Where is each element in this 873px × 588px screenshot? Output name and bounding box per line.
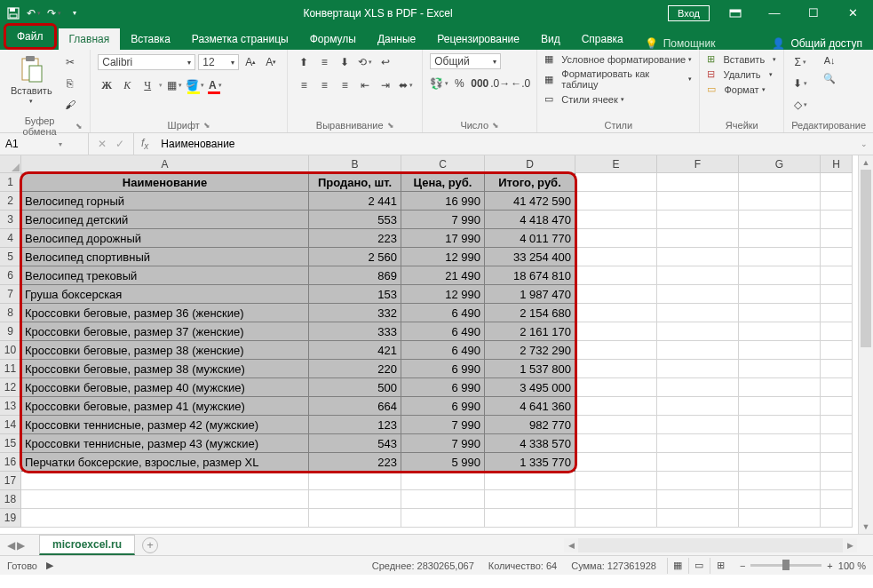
cell[interactable]: 4 418 470: [485, 211, 575, 229]
login-button[interactable]: Вход: [668, 5, 710, 21]
cell[interactable]: Продано, шт.: [309, 173, 401, 192]
align-center-icon[interactable]: ≡: [315, 76, 333, 94]
cell[interactable]: [575, 360, 657, 378]
zoom-out-icon[interactable]: −: [740, 560, 745, 571]
ribbon-options-icon[interactable]: [717, 0, 754, 26]
cell[interactable]: [657, 341, 739, 360]
cell[interactable]: [821, 173, 853, 192]
cell[interactable]: 7 990: [401, 416, 485, 434]
cell[interactable]: Перчатки боксерские, взрослые, размер XL: [21, 453, 309, 472]
cell[interactable]: [821, 416, 853, 434]
copy-icon[interactable]: ⎘: [61, 75, 79, 92]
cell[interactable]: [657, 434, 739, 453]
comma-icon[interactable]: 000: [471, 75, 488, 92]
cell[interactable]: [821, 472, 853, 490]
tab-insert[interactable]: Вставка: [120, 28, 181, 50]
cell[interactable]: [739, 453, 821, 472]
column-headers[interactable]: ABCDEFGH: [21, 155, 858, 173]
col-header-H[interactable]: H: [821, 155, 853, 173]
cell[interactable]: [309, 472, 401, 490]
cell[interactable]: 2 161 170: [485, 322, 575, 341]
find-button[interactable]: 🔍: [820, 71, 839, 86]
cell[interactable]: Кроссовки беговые, размер 40 (мужские): [21, 378, 309, 397]
cell[interactable]: 421: [309, 341, 401, 360]
cell[interactable]: Велосипед горный: [21, 192, 309, 211]
row-header[interactable]: 6: [0, 266, 21, 285]
tab-help[interactable]: Справка: [571, 28, 634, 50]
cell[interactable]: [739, 472, 821, 490]
italic-button[interactable]: К: [118, 76, 136, 94]
cell[interactable]: [657, 304, 739, 322]
cell[interactable]: 664: [309, 397, 401, 416]
cell[interactable]: [739, 360, 821, 378]
align-middle-icon[interactable]: ≡: [315, 53, 333, 71]
cell[interactable]: 332: [309, 304, 401, 322]
cell[interactable]: [739, 416, 821, 434]
cell[interactable]: [739, 173, 821, 192]
cell[interactable]: [657, 248, 739, 266]
row-header[interactable]: 10: [0, 341, 21, 360]
cell-styles-button[interactable]: ▭ Стили ячеек▾: [544, 93, 624, 105]
cell[interactable]: [575, 416, 657, 434]
tab-home[interactable]: Главная: [59, 28, 121, 50]
cell[interactable]: [657, 211, 739, 229]
cell[interactable]: [401, 472, 485, 490]
cell[interactable]: [657, 322, 739, 341]
cells-area[interactable]: НаименованиеПродано, шт.Цена, руб.Итого,…: [21, 173, 858, 534]
cell[interactable]: [21, 490, 309, 509]
cell[interactable]: [821, 266, 853, 285]
cell[interactable]: [821, 397, 853, 416]
macro-record-icon[interactable]: ▶: [46, 560, 53, 571]
cell[interactable]: [657, 509, 739, 528]
cond-format-button[interactable]: ▦ Условное форматирование▾: [544, 53, 692, 65]
cell[interactable]: 6 490: [401, 322, 485, 341]
expand-fbar-icon[interactable]: ⌄: [855, 139, 873, 148]
cell[interactable]: 1 537 800: [485, 360, 575, 378]
col-header-G[interactable]: G: [739, 155, 821, 173]
cell[interactable]: [485, 472, 575, 490]
cell[interactable]: [401, 509, 485, 528]
cell[interactable]: [575, 472, 657, 490]
cell[interactable]: 1 987 470: [485, 285, 575, 304]
currency-icon[interactable]: 💱: [430, 75, 448, 92]
row-header[interactable]: 16: [0, 453, 21, 472]
shrink-font-icon[interactable]: A▾: [262, 53, 280, 71]
tab-data[interactable]: Данные: [367, 28, 426, 50]
underline-button[interactable]: Ч: [139, 76, 156, 94]
tab-review[interactable]: Рецензирование: [426, 28, 530, 50]
indent-inc-icon[interactable]: ⇥: [377, 76, 394, 94]
cell[interactable]: [575, 378, 657, 397]
cell[interactable]: [657, 173, 739, 192]
tab-formulas[interactable]: Формулы: [299, 28, 367, 50]
save-icon[interactable]: [4, 4, 23, 23]
paste-button[interactable]: Вставить▾: [7, 53, 56, 107]
col-header-B[interactable]: B: [309, 155, 401, 173]
cell[interactable]: [739, 248, 821, 266]
row-header[interactable]: 14: [0, 416, 21, 434]
cell[interactable]: [657, 229, 739, 248]
cell[interactable]: Цена, руб.: [401, 173, 485, 192]
insert-cells-button[interactable]: ⊞ Вставить ▾: [707, 53, 776, 65]
cell[interactable]: 333: [309, 322, 401, 341]
cell[interactable]: [309, 509, 401, 528]
close-icon[interactable]: ✕: [834, 0, 871, 26]
formula-input[interactable]: Наименование: [155, 138, 855, 150]
scroll-down-icon[interactable]: ▼: [859, 520, 873, 534]
col-header-C[interactable]: C: [401, 155, 485, 173]
cell[interactable]: [739, 434, 821, 453]
cell[interactable]: [309, 490, 401, 509]
align-left-icon[interactable]: ≡: [295, 76, 313, 94]
cell[interactable]: [401, 490, 485, 509]
scroll-thumb[interactable]: [861, 170, 871, 347]
font-color-icon[interactable]: A: [206, 76, 224, 94]
cell[interactable]: [485, 509, 575, 528]
name-box[interactable]: ▾: [0, 133, 89, 155]
col-header-D[interactable]: D: [485, 155, 575, 173]
font-name-select[interactable]: Calibri▾: [98, 54, 195, 70]
enter-fx-icon[interactable]: ✓: [115, 138, 124, 150]
view-normal-icon[interactable]: ▦: [667, 558, 688, 574]
align-bottom-icon[interactable]: ⬇: [336, 53, 353, 71]
cell[interactable]: [657, 192, 739, 211]
cell[interactable]: 7 990: [401, 434, 485, 453]
cell[interactable]: [739, 304, 821, 322]
